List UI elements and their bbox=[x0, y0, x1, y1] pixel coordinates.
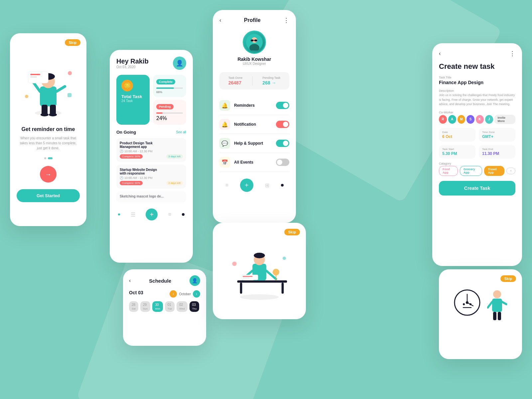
svg-point-29 bbox=[254, 253, 265, 258]
nav-home[interactable] bbox=[118, 213, 120, 215]
get-started-button[interactable]: Get Started bbox=[17, 189, 80, 202]
date-timezone-row: Date 6 Oct Time Zone GMT+ bbox=[439, 128, 515, 142]
cat-add-btn[interactable]: + bbox=[506, 168, 515, 174]
create-task-title: Create new task bbox=[439, 62, 515, 71]
start-label: Task Start bbox=[442, 148, 472, 151]
skip-button-3[interactable]: Skip bbox=[500, 275, 516, 282]
back-button[interactable]: ‹ bbox=[219, 17, 221, 23]
reminders-icon: 🔔 bbox=[219, 100, 230, 111]
reminders-toggle[interactable] bbox=[276, 102, 289, 109]
menu-left-notification: 🔔 Notification bbox=[219, 119, 256, 130]
date-value: 6 Oct bbox=[442, 134, 472, 139]
create-more-button[interactable]: ⋮ bbox=[509, 50, 515, 57]
day-2[interactable]: 29Sun bbox=[140, 301, 150, 312]
next-month-btn[interactable]: › bbox=[193, 290, 200, 298]
profile-top-bar: ‹ Profile ⋮ bbox=[219, 17, 289, 24]
task-title-1: Product Design TaskManagement app bbox=[120, 141, 183, 149]
day-6-today[interactable]: 03Thu bbox=[190, 301, 200, 312]
schedule-date: Oct 03 bbox=[129, 290, 143, 295]
cat-food-app[interactable]: Food App bbox=[439, 166, 458, 176]
reminders-menu-item[interactable]: 🔔 Reminders bbox=[219, 96, 289, 115]
events-toggle[interactable] bbox=[276, 159, 289, 166]
help-toggle[interactable] bbox=[276, 140, 289, 147]
category-label: Catagory bbox=[439, 162, 515, 165]
reminder-title: Get reminder on time bbox=[17, 126, 80, 132]
clock-icon-2: 🕐 bbox=[120, 176, 123, 180]
next-button[interactable]: → bbox=[40, 166, 57, 183]
svg-rect-26 bbox=[282, 283, 284, 294]
dashboard-header: Hey Rakib Oct 03, 2020 👤 bbox=[116, 57, 186, 70]
nav-list-icon[interactable]: ≡ bbox=[168, 211, 171, 217]
svg-line-6 bbox=[57, 86, 65, 91]
complete-tag: Complete bbox=[156, 79, 175, 84]
desc-value: Join us in solving the challenges that F… bbox=[439, 93, 515, 107]
day-3-active[interactable]: 30Mon bbox=[152, 301, 163, 312]
svg-rect-32 bbox=[241, 275, 258, 280]
coworker-label: Co-Worker bbox=[439, 111, 515, 114]
task-item-2: Startup Website Designwith responsive 🕐 … bbox=[116, 165, 186, 189]
more-button[interactable]: ⋮ bbox=[283, 17, 289, 24]
fab-add[interactable]: + bbox=[146, 208, 158, 220]
create-task-button[interactable]: Create Task bbox=[439, 181, 515, 196]
invite-more-btn[interactable]: Invite More bbox=[494, 115, 515, 124]
profile-role: UI/UX Designer bbox=[243, 62, 266, 66]
task-title-label: Task Title bbox=[439, 76, 515, 79]
profile-name: Rakib Kowshar bbox=[237, 57, 271, 62]
schedule-back[interactable]: ‹ bbox=[129, 278, 131, 284]
create-top-bar: ‹ ⋮ bbox=[439, 50, 515, 57]
day-5[interactable]: 02Wed bbox=[177, 301, 187, 312]
task-time-1: 🕐 10:00 AM - 12.30 PM bbox=[120, 150, 183, 153]
day-4[interactable]: 01Tue bbox=[165, 301, 175, 312]
events-menu-item[interactable]: 📅 All Events bbox=[219, 153, 289, 172]
svg-rect-12 bbox=[30, 74, 40, 75]
pending-progress-bar bbox=[156, 112, 183, 114]
total-task-card: 🪙 Total Task 24 Task bbox=[116, 75, 150, 125]
nav-grid-icon[interactable]: ⊞ bbox=[265, 182, 269, 189]
nav-dot-dark[interactable] bbox=[182, 213, 185, 216]
reminders-label: Reminders bbox=[234, 103, 255, 108]
coworker-4: S bbox=[466, 115, 474, 124]
notification-toggle[interactable] bbox=[276, 121, 289, 128]
complete-fill bbox=[156, 87, 174, 89]
reminder-subtitle: When you encounter a small task that tak… bbox=[18, 136, 78, 151]
task-done-stat: Task Done 26487 bbox=[228, 76, 243, 85]
coin-icon: 🪙 bbox=[121, 80, 133, 91]
task-done-value: 26487 bbox=[228, 80, 243, 85]
pending-task-card: Pending 24% bbox=[153, 100, 186, 125]
skip-button-2[interactable]: Skip bbox=[284, 229, 300, 235]
notification-menu-item[interactable]: 🔔 Notification bbox=[219, 115, 289, 134]
coworker-2: A bbox=[448, 115, 456, 124]
svg-point-23 bbox=[240, 294, 279, 300]
complete-progress-bar bbox=[156, 87, 183, 89]
dashboard-card: Hey Rakib Oct 03, 2020 👤 🪙 Total Task 24… bbox=[110, 50, 193, 263]
menu-left-events: 📅 All Events bbox=[219, 157, 253, 168]
skip-button[interactable]: Skip bbox=[65, 39, 80, 46]
day-1[interactable]: 28Sat bbox=[129, 301, 138, 312]
svg-point-10 bbox=[49, 113, 57, 116]
category-row: Food App Grocery App Travel App + bbox=[439, 166, 515, 176]
nav-menu-icon[interactable]: ☰ bbox=[131, 211, 135, 218]
task-time-2: 🕐 10:00 AM - 12.30 PM bbox=[120, 176, 183, 180]
ongoing-title: On Going bbox=[116, 130, 136, 135]
task-title-value: Finance App Design bbox=[439, 80, 515, 85]
cat-travel-app[interactable]: Travel App bbox=[484, 166, 504, 176]
help-menu-item[interactable]: 💬 Help & Support bbox=[219, 134, 289, 153]
see-all-link[interactable]: See all bbox=[176, 130, 186, 134]
coworker-row: R A M S K J Invite More bbox=[439, 115, 515, 124]
task-title-2: Startup Website Designwith responsive bbox=[120, 168, 183, 175]
menu-left-help: 💬 Help & Support bbox=[219, 138, 263, 149]
schedule-top-bar: ‹ Schedule 👤 bbox=[129, 275, 200, 286]
date-text: Oct 03, 2020 bbox=[116, 65, 149, 69]
desc-label: Description bbox=[439, 89, 515, 92]
task-footer-2: Complete: 80% 2 days left bbox=[120, 181, 183, 185]
days-badge-1: 3 days left bbox=[166, 154, 183, 159]
complete-badge-1: Complete: 80% bbox=[120, 154, 143, 159]
cat-grocery-app[interactable]: Grocery App bbox=[460, 166, 482, 176]
profile-fab[interactable]: + bbox=[240, 179, 253, 192]
task-item-1: Product Design TaskManagement app 🕐 10:0… bbox=[116, 138, 186, 162]
nav-filter-icon[interactable]: ≡ bbox=[225, 182, 228, 188]
profile-bottom-nav: ≡ + ⊞ bbox=[219, 174, 289, 192]
create-back-button[interactable]: ‹ bbox=[439, 51, 441, 57]
prev-month-btn[interactable]: ‹ bbox=[170, 290, 177, 298]
pending-tag: Pending bbox=[156, 104, 174, 109]
